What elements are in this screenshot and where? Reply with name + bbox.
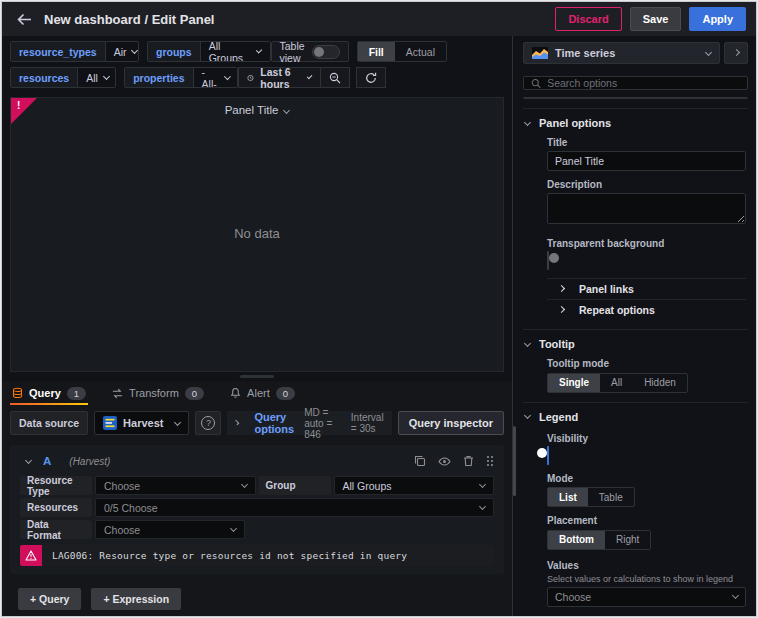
group-select[interactable]: All Groups	[334, 476, 495, 495]
save-button[interactable]: Save	[630, 7, 682, 31]
query-inspector-button[interactable]: Query inspector	[398, 411, 504, 435]
sidebar-content: Time series All Overrides Panel options	[513, 36, 756, 616]
panel-title-menu[interactable]: Panel Title	[11, 98, 503, 116]
tab-badge: 0	[276, 387, 295, 400]
delete-query-button[interactable]	[463, 455, 474, 467]
section-panel-options: Panel options Title Description Transpar…	[523, 108, 748, 320]
table-view-toggle[interactable]	[312, 45, 340, 59]
refresh-button[interactable]	[356, 67, 386, 88]
pane-resize-divider[interactable]	[2, 372, 512, 381]
fill-option[interactable]: Fill	[358, 42, 395, 61]
visualization-picker[interactable]: Time series	[523, 42, 720, 64]
resources-select[interactable]: 0/5 Choose	[95, 498, 494, 517]
filter-properties[interactable]: properties -All-	[124, 67, 238, 88]
filter-value-dropdown[interactable]: All	[78, 68, 116, 87]
filter-value-dropdown[interactable]: All Groups	[201, 42, 270, 61]
add-query-button[interactable]: + Query	[18, 588, 81, 610]
legend-visibility-toggle[interactable]	[547, 446, 549, 465]
filter-value-dropdown[interactable]: Air	[106, 42, 139, 61]
data-format-select[interactable]: Choose	[95, 520, 245, 539]
refresh-icon	[365, 72, 377, 84]
no-data-message: No data	[234, 226, 280, 241]
fill-actual-group: Fill Actual	[357, 41, 447, 62]
filter-label: properties	[125, 68, 193, 87]
tab-query[interactable]: Query 1	[10, 381, 88, 405]
resources-row: Resources 0/5 Choose	[20, 498, 494, 517]
add-expression-button[interactable]: + Expression	[91, 588, 181, 610]
time-range-label: Last 6 hours	[260, 66, 296, 90]
tooltip-mode-hidden[interactable]: Hidden	[633, 374, 687, 392]
query-tab-bar: Query 1 Transform 0 Alert 0	[2, 381, 512, 405]
drag-handle[interactable]	[240, 375, 274, 378]
actual-option[interactable]: Actual	[395, 42, 446, 61]
placement-bottom[interactable]: Bottom	[548, 531, 605, 549]
query-options-link[interactable]: Query options	[254, 411, 294, 435]
filter-label: resource_types	[11, 42, 106, 61]
query-options-bar: Query options MD = auto = 846 Interval =…	[227, 411, 391, 435]
chevron-down-icon	[732, 592, 739, 599]
filter-resource-types[interactable]: resource_types Air	[10, 41, 139, 62]
legend-mode-label: Mode	[547, 473, 746, 484]
section-tooltip: Tooltip Tooltip mode Single All Hidden	[523, 329, 748, 393]
panel-links-row[interactable]: Panel links	[547, 278, 746, 299]
tooltip-heading[interactable]: Tooltip	[523, 338, 748, 350]
datasource-row: Data source Harvest ? Query options MD =…	[10, 411, 504, 435]
query-row-header[interactable]: A (Harvest)	[20, 449, 494, 473]
resources-label: Resources	[20, 498, 92, 517]
datasource-picker[interactable]: Harvest	[94, 411, 189, 435]
repeat-options-row[interactable]: Repeat options	[547, 299, 746, 320]
transparent-background-toggle[interactable]	[547, 251, 549, 270]
panel-preview: ! Panel Title No data	[10, 97, 504, 372]
data-format-label: Data Format	[20, 520, 92, 539]
legend-values-hint: Select values or calculations to show in…	[547, 574, 746, 584]
tooltip-mode-single[interactable]: Single	[548, 374, 600, 392]
datasource-help-button[interactable]: ?	[195, 411, 221, 435]
filter-resources[interactable]: resources All	[10, 67, 116, 88]
help-icon: ?	[201, 416, 215, 430]
transparent-background-label: Transparent background	[547, 238, 746, 249]
duplicate-query-button[interactable]	[414, 455, 426, 467]
tab-alert[interactable]: Alert 0	[228, 381, 297, 405]
chevron-down-icon	[524, 339, 531, 346]
tab-transform[interactable]: Transform 0	[110, 381, 206, 405]
legend-mode-list[interactable]: List	[548, 488, 588, 506]
visibility-label: Visibility	[547, 433, 746, 444]
resource-type-select[interactable]: Choose	[95, 476, 256, 495]
collapse-chevron-icon	[25, 456, 32, 463]
options-search[interactable]	[523, 76, 748, 90]
query-datasource-hint: (Harvest)	[69, 456, 110, 467]
query-row-card: A (Harvest) Resource Type Choose Group	[10, 445, 504, 574]
zoom-out-button[interactable]	[321, 67, 350, 88]
apply-button[interactable]: Apply	[689, 7, 746, 31]
copy-icon	[414, 455, 426, 467]
panel-options-heading[interactable]: Panel options	[523, 117, 748, 129]
legend-heading[interactable]: Legend	[523, 411, 748, 423]
tooltip-mode-all[interactable]: All	[600, 374, 633, 392]
panel-title-input[interactable]	[547, 151, 746, 171]
chevron-right-icon	[732, 48, 739, 55]
legend-mode-table[interactable]: Table	[588, 488, 634, 506]
filter-groups[interactable]: groups All Groups	[147, 41, 270, 62]
placement-right[interactable]: Right	[605, 531, 650, 549]
panel-error-corner[interactable]	[11, 98, 37, 124]
discard-button[interactable]: Discard	[555, 7, 621, 31]
bell-icon	[230, 387, 241, 399]
back-button[interactable]	[12, 7, 36, 31]
description-textarea[interactable]	[547, 193, 746, 224]
time-range-picker[interactable]: Last 6 hours	[238, 67, 320, 88]
drag-query-handle[interactable]	[486, 455, 494, 467]
chevron-down-icon	[479, 481, 486, 488]
options-search-input[interactable]	[547, 77, 740, 89]
toggle-options-pane-button[interactable]	[724, 42, 748, 64]
filter-value-dropdown[interactable]: -All-	[194, 68, 238, 87]
resource-type-label: Resource Type	[20, 476, 92, 495]
sidebar-scrollbar[interactable]	[513, 426, 516, 496]
legend-values-select[interactable]: Choose	[547, 587, 746, 607]
options-sidebar: Time series All Overrides Panel options	[512, 36, 756, 616]
view-controls: Table view Fill Actual	[271, 41, 447, 62]
panel-options-body: Title Description Transparent background…	[523, 137, 748, 320]
chevron-down-icon	[240, 481, 247, 488]
disable-query-button[interactable]	[438, 456, 451, 467]
arrow-left-icon	[17, 13, 32, 26]
data-format-row: Data Format Choose	[20, 520, 494, 539]
